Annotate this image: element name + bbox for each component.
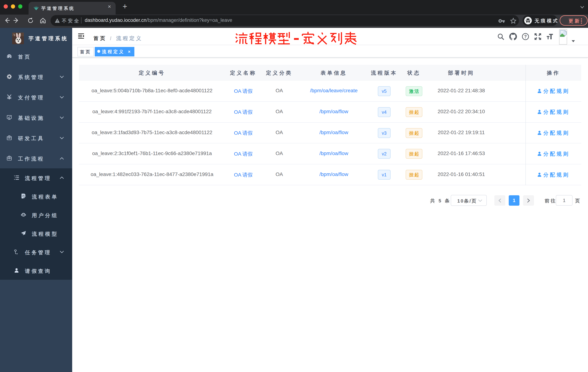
svg-text:?: ? bbox=[524, 34, 527, 39]
